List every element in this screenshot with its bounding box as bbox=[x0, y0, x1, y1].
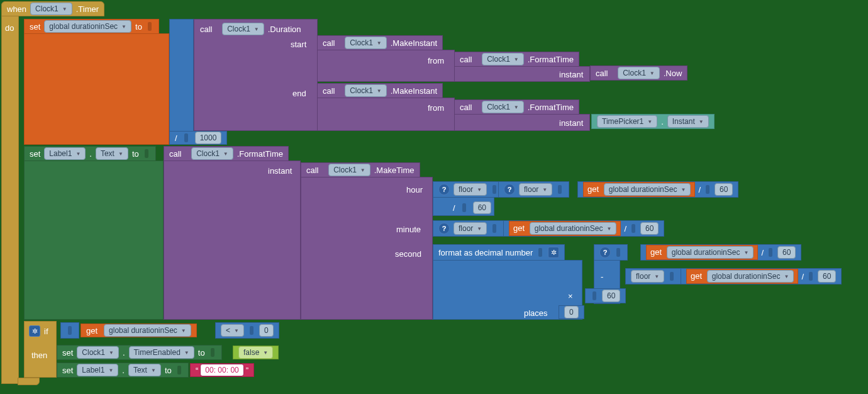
floor-dropdown[interactable]: floor▼ bbox=[453, 183, 487, 196]
label1-dropdown-2[interactable]: Label1▼ bbox=[77, 364, 118, 376]
false-dropdown[interactable]: false▼ bbox=[238, 346, 273, 359]
hour-div60-outer[interactable]: / 60 bbox=[453, 201, 491, 214]
text-dropdown[interactable]: Text▼ bbox=[96, 147, 128, 160]
get-block[interactable]: get global durationinSec▼ bbox=[646, 245, 758, 260]
clock1-dropdown-9[interactable]: Clock1▼ bbox=[328, 164, 370, 176]
second-get-div60-b[interactable]: get global durationinSec▼ / 60 bbox=[681, 268, 842, 284]
clock1-dropdown-4[interactable]: Clock1▼ bbox=[482, 53, 524, 65]
call-now[interactable]: call Clock1▼ .Now bbox=[590, 65, 687, 81]
label1-dropdown[interactable]: Label1▼ bbox=[44, 147, 86, 160]
gear-icon[interactable]: ✲ bbox=[548, 247, 559, 258]
call-makeinstant-end[interactable]: call Clock1▼ .MakeInstant bbox=[317, 83, 443, 98]
var-dropdown[interactable]: global durationinSec▼ bbox=[104, 324, 191, 337]
timepicker-instant[interactable]: TimePicker1▼ . Instant▼ bbox=[591, 114, 715, 129]
num-0[interactable]: 0 bbox=[259, 324, 274, 337]
get-label: get bbox=[691, 271, 702, 281]
set-label: set bbox=[30, 22, 40, 31]
dot-label: . bbox=[661, 117, 664, 127]
string-value[interactable]: 00: 00: 00 bbox=[200, 364, 243, 376]
second-floor[interactable]: floor▼ bbox=[625, 268, 681, 284]
if-condition-wrap[interactable] bbox=[60, 322, 79, 339]
timepicker1-dropdown[interactable]: TimePicker1▼ bbox=[597, 115, 657, 128]
num-0[interactable]: 0 bbox=[564, 306, 579, 318]
call-label: call bbox=[323, 38, 335, 48]
floor-dropdown[interactable]: floor▼ bbox=[631, 270, 664, 283]
hour-get-div60[interactable]: get global durationinSec▼ / 60 bbox=[577, 181, 738, 198]
minute-get-div60[interactable]: get global durationinSec▼ / 60 bbox=[503, 220, 664, 237]
duration-suffix: .Duration bbox=[268, 25, 301, 34]
clock1-dropdown-te[interactable]: Clock1▼ bbox=[77, 346, 119, 359]
timerenabled-dropdown[interactable]: TimerEnabled▼ bbox=[129, 346, 194, 359]
help-icon[interactable]: ? bbox=[438, 223, 450, 234]
get-duration-cond[interactable]: get global durationinSec▼ bbox=[81, 324, 197, 337]
var-global-duration-dropdown[interactable]: global durationinSec▼ bbox=[44, 20, 131, 33]
clock1-dropdown[interactable]: Clock1▼ bbox=[30, 3, 72, 15]
set-label: set bbox=[30, 149, 40, 159]
num-60[interactable]: 60 bbox=[473, 201, 491, 214]
second-format-decimal[interactable]: format as decimal number ✲ bbox=[433, 244, 565, 261]
clock1-dropdown-8[interactable]: Clock1▼ bbox=[191, 147, 233, 160]
places-value[interactable]: 0 bbox=[559, 305, 584, 319]
get-block[interactable]: get global durationinSec▼ bbox=[509, 221, 621, 236]
get-block[interactable]: get global durationinSec▼ bbox=[686, 269, 798, 284]
minute-label: minute bbox=[396, 225, 421, 234]
help-icon[interactable]: ? bbox=[504, 184, 515, 195]
formattime-suffix: .FormatTime bbox=[528, 103, 574, 112]
mult-label: × bbox=[568, 291, 573, 301]
call-formattime-outer[interactable]: call Clock1▼ .FormatTime bbox=[164, 146, 289, 161]
clock1-dropdown-6[interactable]: Clock1▼ bbox=[345, 84, 387, 97]
hour-floor-inner[interactable]: ? floor▼ bbox=[498, 181, 569, 198]
to-label: to bbox=[132, 149, 139, 159]
set-global-duration[interactable]: set global durationinSec▼ to bbox=[24, 19, 159, 34]
math-div-block[interactable] bbox=[169, 19, 194, 145]
format-decimal-label: format as decimal number bbox=[438, 248, 533, 257]
hour-floor-outer[interactable]: ? floor▼ bbox=[433, 181, 504, 198]
if-header[interactable]: ✲ if bbox=[29, 325, 48, 337]
set-label1-text[interactable]: set Label1▼ . Text▼ to bbox=[24, 146, 156, 161]
clock1-dropdown-7[interactable]: Clock1▼ bbox=[482, 101, 524, 113]
text-string-block[interactable]: “ 00: 00: 00 ” bbox=[190, 363, 254, 377]
var-dropdown[interactable]: global durationinSec▼ bbox=[667, 246, 754, 259]
lt-dropdown[interactable]: <▼ bbox=[221, 324, 244, 337]
set-timerenabled[interactable]: set Clock1▼ . TimerEnabled▼ to bbox=[57, 345, 222, 360]
call-formattime-end[interactable]: call Clock1▼ .FormatTime bbox=[454, 99, 579, 115]
clock1-dropdown-3[interactable]: Clock1▼ bbox=[345, 37, 387, 49]
second-get-div60-a[interactable]: get global durationinSec▼ / 60 bbox=[640, 244, 801, 261]
call-maketime[interactable]: call Clock1▼ .MakeTime bbox=[301, 162, 420, 177]
var-dropdown[interactable]: global durationinSec▼ bbox=[530, 222, 617, 235]
num-1000[interactable]: 1000 bbox=[195, 132, 222, 144]
num-60[interactable]: 60 bbox=[602, 290, 620, 302]
div-1000[interactable]: / 1000 bbox=[169, 131, 227, 145]
text-dropdown-2[interactable]: Text▼ bbox=[128, 364, 161, 376]
get-block[interactable]: get global durationinSec▼ bbox=[583, 182, 695, 197]
help-icon[interactable]: ? bbox=[438, 184, 450, 195]
minute-floor[interactable]: ? floor▼ bbox=[433, 220, 504, 237]
num-60[interactable]: 60 bbox=[777, 246, 796, 259]
get-label: get bbox=[650, 247, 662, 257]
false-block[interactable]: false▼ bbox=[233, 346, 279, 359]
clock1-dropdown-2[interactable]: Clock1▼ bbox=[222, 23, 264, 35]
num-60[interactable]: 60 bbox=[715, 183, 733, 196]
floor-dropdown[interactable]: floor▼ bbox=[519, 183, 552, 196]
num-60[interactable]: 60 bbox=[818, 270, 836, 283]
minus-label: - bbox=[601, 272, 603, 281]
clock1-dropdown-5[interactable]: Clock1▼ bbox=[618, 67, 660, 79]
call-formattime-start[interactable]: call Clock1▼ .FormatTime bbox=[454, 52, 579, 67]
set-label1-text-zero[interactable]: set Label1▼ . Text▼ to bbox=[57, 363, 189, 378]
gear-icon[interactable]: ✲ bbox=[29, 325, 40, 337]
mult-60[interactable]: 60 bbox=[585, 288, 626, 303]
num-60[interactable]: 60 bbox=[640, 222, 659, 235]
get-label: get bbox=[86, 326, 97, 335]
makeinstant-start-body bbox=[317, 50, 455, 82]
var-dropdown[interactable]: global durationinSec▼ bbox=[707, 270, 794, 283]
help-icon[interactable]: ? bbox=[599, 247, 611, 258]
call-duration-header[interactable]: call Clock1▼ .Duration bbox=[200, 23, 301, 35]
var-dropdown[interactable]: global durationinSec▼ bbox=[604, 183, 691, 196]
second-math-row1[interactable]: ? bbox=[594, 244, 628, 261]
floor-dropdown[interactable]: floor▼ bbox=[453, 222, 487, 235]
lt-block[interactable]: <▼ 0 bbox=[215, 322, 279, 339]
event-when-clock-timer[interactable]: when Clock1▼ .Timer bbox=[1, 1, 104, 16]
instant-label-3: instant bbox=[268, 166, 292, 176]
call-makeinstant-start[interactable]: call Clock1▼ .MakeInstant bbox=[317, 35, 443, 50]
instant-dropdown[interactable]: Instant▼ bbox=[667, 115, 709, 128]
